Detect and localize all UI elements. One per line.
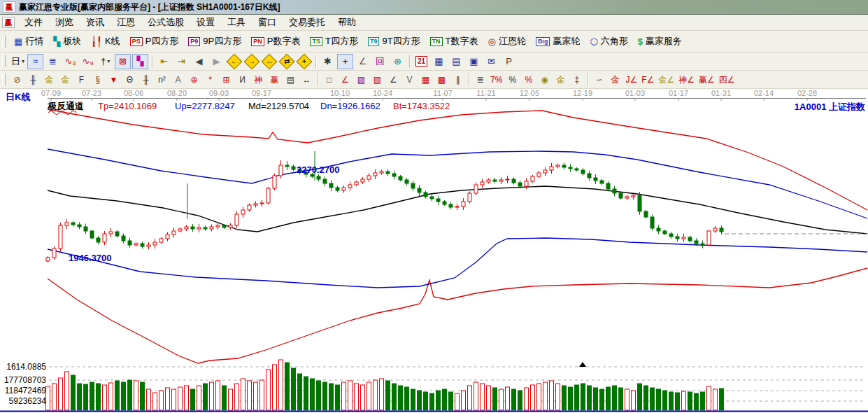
pan-hand-button[interactable]: ✱: [320, 54, 336, 69]
gold-underline-tool[interactable]: 金: [608, 73, 622, 87]
fan-box-filled-tool[interactable]: ▧: [370, 73, 385, 87]
gann-box-button[interactable]: 回: [372, 54, 388, 69]
stats-panel-tool[interactable]: ≣: [473, 73, 488, 87]
calculator-button[interactable]: ▦: [431, 54, 447, 69]
menu-item-帮助[interactable]: 帮助: [332, 15, 362, 29]
diamond-compress-button[interactable]: ⇄: [278, 54, 294, 69]
menu-item-江恩[interactable]: 江恩: [111, 15, 141, 29]
kline-button[interactable]: ╽╿K线: [86, 34, 124, 49]
note-pad-button[interactable]: ▤: [448, 54, 464, 69]
gold-angle-tool[interactable]: 金∠: [657, 73, 676, 87]
quote-button[interactable]: ▦行情: [9, 34, 48, 49]
draw-compass-tool[interactable]: ⊘: [10, 73, 24, 87]
menu-item-窗口[interactable]: 窗口: [252, 15, 283, 29]
diamond-left-button[interactable]: ←: [226, 54, 242, 69]
gold-circle-tool[interactable]: ◉: [537, 73, 552, 87]
span-tool[interactable]: ↔: [299, 73, 314, 87]
gold-grid-tool[interactable]: 金: [42, 73, 57, 87]
kline-chart-canvas[interactable]: 07-0907-2308-0608-2009-0309-1710-1010-24…: [0, 89, 868, 413]
wave-3-button[interactable]: ∿₃: [62, 54, 78, 69]
percent-line-tool[interactable]: 7%: [489, 73, 504, 87]
gann-wheel-button[interactable]: ◎江恩轮: [483, 34, 531, 49]
toolbar-grip[interactable]: [2, 74, 6, 85]
toolbar-grip[interactable]: [2, 55, 6, 67]
gold-lines-tool[interactable]: 金: [553, 73, 568, 87]
star-tool[interactable]: *: [203, 73, 218, 87]
mail-button[interactable]: ✉: [483, 54, 499, 69]
grid-arrow-tool[interactable]: ▩: [434, 73, 449, 87]
clock-tool[interactable]: Θ: [122, 73, 137, 87]
p-number-table-button[interactable]: PNP数字表: [246, 34, 305, 49]
t-number-table-button[interactable]: TNT数字表: [425, 34, 483, 49]
box-select-tool[interactable]: □: [322, 73, 336, 87]
circle-cross-tool[interactable]: ⊕: [187, 73, 201, 87]
diamond-hspan-button[interactable]: ↔: [261, 54, 277, 69]
pin-tool[interactable]: ▼: [106, 73, 121, 87]
percent-tool[interactable]: %: [505, 73, 520, 87]
gann-fan-tool[interactable]: ∠: [338, 73, 353, 87]
gold-grid-2-tool[interactable]: 金: [58, 73, 73, 87]
diamond-right-button[interactable]: →: [243, 54, 259, 69]
wave-ab-tool[interactable]: ∽: [592, 73, 606, 87]
spiral-tool[interactable]: §: [90, 73, 105, 87]
grid-lines-2-tool[interactable]: ╫: [138, 73, 153, 87]
boxed-star-tool[interactable]: ⊞: [219, 73, 234, 87]
menu-item-工具[interactable]: 工具: [221, 15, 252, 29]
menu-item-公式选股[interactable]: 公式选股: [141, 15, 190, 29]
ying-tool[interactable]: 赢: [267, 73, 282, 87]
winner-wheel-button[interactable]: Big赢家轮: [531, 34, 585, 49]
diamond-expand-button[interactable]: +: [296, 54, 312, 69]
menu-item-设置[interactable]: 设置: [190, 15, 221, 29]
menu-item-交易委托[interactable]: 交易委托: [283, 15, 332, 29]
title-bar[interactable]: 赢 赢家江恩专业版[赢家内部服务平台] - [上证指数 SH1A0001-167…: [0, 0, 868, 15]
histogram-button[interactable]: ▚: [132, 54, 148, 69]
grid-lines-tool[interactable]: ╫: [26, 73, 41, 87]
shen-tool[interactable]: 神: [251, 73, 266, 87]
si-angle-tool[interactable]: 四∠: [718, 73, 737, 87]
calendar-button[interactable]: 21: [413, 54, 429, 69]
toolbar-grip[interactable]: [2, 36, 6, 48]
nine-p-square-button[interactable]: P99P四方形: [183, 34, 246, 49]
period-selector[interactable]: 日▾: [10, 54, 26, 69]
grid-red-tool[interactable]: ▦: [418, 73, 433, 87]
hexagon-button[interactable]: ⬡六角形: [585, 34, 632, 49]
save-button[interactable]: ▣: [466, 54, 482, 69]
print-button[interactable]: P: [501, 54, 517, 69]
first-bar-button[interactable]: ⇤: [156, 54, 172, 69]
chart-area[interactable]: 07-0907-2308-0608-2009-0309-1710-1010-24…: [0, 89, 868, 413]
menu-item-浏览[interactable]: 浏览: [49, 15, 80, 29]
cycle-button[interactable]: ⊛: [390, 54, 406, 69]
f-angle-tool[interactable]: F∠: [640, 73, 655, 87]
prev-bar-button[interactable]: ◀: [191, 54, 207, 69]
angle-a-tool[interactable]: A: [171, 73, 185, 87]
wave-mark-tool[interactable]: И: [235, 73, 250, 87]
ying-angle-tool[interactable]: 赢∠: [697, 73, 716, 87]
next-bar-button[interactable]: ▶: [208, 54, 225, 69]
zigzag-tool[interactable]: V: [402, 73, 417, 87]
n-square-tool[interactable]: n²: [155, 73, 169, 87]
f-grid-tool[interactable]: F: [74, 73, 89, 87]
rays-tool[interactable]: ∠: [386, 73, 401, 87]
winner-service-button[interactable]: $赢家服务: [633, 34, 687, 49]
wave-9-button[interactable]: ∿₉: [80, 54, 96, 69]
measure-tool[interactable]: ‡: [569, 73, 584, 87]
t-square-button[interactable]: TST四方形: [305, 34, 362, 49]
ruler-tool[interactable]: ▤: [283, 73, 298, 87]
pattern-button[interactable]: ⊠: [115, 54, 131, 69]
candle-style-button[interactable]: †▾: [97, 54, 113, 69]
last-bar-button[interactable]: ⇥: [173, 54, 190, 69]
wave-overlay-button[interactable]: ≈: [27, 54, 43, 69]
shen-angle-tool[interactable]: 神∠: [677, 73, 696, 87]
p-square-button[interactable]: PSP四方形: [125, 34, 184, 49]
j-angle-tool[interactable]: J∠: [624, 73, 639, 87]
menu-item-资讯[interactable]: 资讯: [80, 15, 111, 29]
menu-item-文件[interactable]: 文件: [18, 15, 49, 29]
trendline-button[interactable]: ∠: [355, 54, 371, 69]
nine-t-square-button[interactable]: T99T四方形: [363, 34, 425, 49]
parallel-lines-tool[interactable]: ∥: [450, 73, 465, 87]
fan-box-tool[interactable]: ▨: [354, 73, 369, 87]
crosshair-button[interactable]: +: [337, 54, 353, 69]
sector-button[interactable]: ▚板块: [48, 34, 86, 49]
notes-button[interactable]: ≣: [45, 54, 61, 69]
percent-h-tool[interactable]: %: [521, 73, 536, 87]
